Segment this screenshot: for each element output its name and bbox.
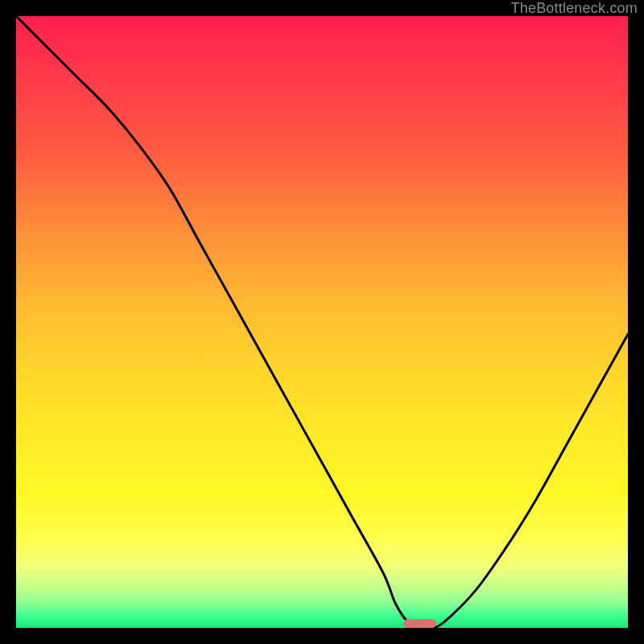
bottleneck-curve	[16, 16, 628, 628]
curve-path	[16, 16, 628, 628]
plot-area	[16, 16, 628, 628]
chart-frame: TheBottleneck.com	[0, 0, 644, 644]
optimal-marker	[403, 619, 437, 628]
watermark-label: TheBottleneck.com	[511, 0, 638, 16]
